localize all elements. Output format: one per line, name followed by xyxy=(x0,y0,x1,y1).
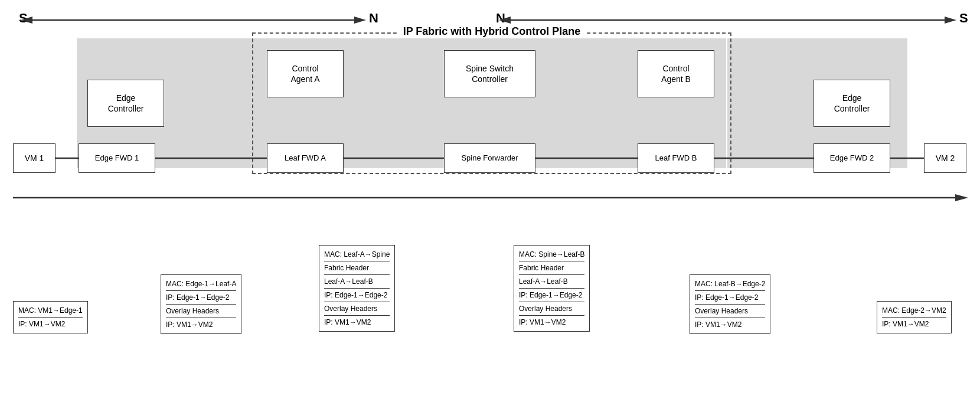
edge-fwd2-box: Edge FWD 2 xyxy=(814,143,890,173)
bottom-arrow xyxy=(0,189,980,207)
p6-row2: IP: VM1→VM2 xyxy=(882,318,946,331)
arrow-s-left: S xyxy=(19,11,28,25)
p5-row4: IP: VM1→VM2 xyxy=(695,318,765,331)
edge-fwd1-label: Edge FWD 1 xyxy=(95,153,139,163)
leaf-fwd-b-box: Leaf FWD B xyxy=(638,143,714,173)
edge-ctrl-right-label: Edge Controller xyxy=(834,93,870,114)
p5-row2: IP: Edge-1→Edge-2 xyxy=(695,291,765,305)
p2-row1: MAC: Edge-1→Leaf-A xyxy=(166,277,236,291)
edge-ctrl-left-label: Edge Controller xyxy=(108,93,144,114)
p3-row3: Leaf-A→Leaf-B xyxy=(324,275,390,289)
p3-row6: IP: VM1→VM2 xyxy=(324,316,390,329)
svg-marker-5 xyxy=(945,17,956,24)
p5-row3: Overlay Headers xyxy=(695,305,765,318)
vm1-label: VM 1 xyxy=(25,153,44,163)
edge-fwd2-label: Edge FWD 2 xyxy=(830,153,874,163)
p2-row2: IP: Edge-1→Edge-2 xyxy=(166,291,236,305)
edge-ctrl-right-box: Edge Controller xyxy=(814,80,890,127)
p2-row3: Overlay Headers xyxy=(166,305,236,318)
p4-row4: IP: Edge-1→Edge-2 xyxy=(519,289,584,302)
spine-switch-ctrl-label: Spine Switch Controller xyxy=(466,63,514,84)
packet-box-6: MAC: Edge-2→VM2 IP: VM1→VM2 xyxy=(877,301,952,333)
svg-marker-8 xyxy=(955,194,968,201)
p4-row5: Overlay Headers xyxy=(519,302,584,316)
ctrl-agent-a-box: Control Agent A xyxy=(267,50,344,97)
p5-row1: MAC: Leaf-B→Edge-2 xyxy=(695,277,765,291)
p4-row2: Fabric Header xyxy=(519,261,584,275)
vm1-box: VM 1 xyxy=(13,143,55,173)
leaf-fwd-a-label: Leaf FWD A xyxy=(285,153,326,163)
p4-row3: Leaf-A→Leaf-B xyxy=(519,275,584,289)
p4-row1: MAC: Spine→Leaf-B xyxy=(519,248,584,261)
vm2-box: VM 2 xyxy=(924,143,966,173)
svg-marker-1 xyxy=(354,17,366,24)
ctrl-agent-b-label: Control Agent B xyxy=(661,63,691,84)
ctrl-agent-a-label: Control Agent A xyxy=(290,63,319,84)
p3-row2: Fabric Header xyxy=(324,261,390,275)
packet-box-3: MAC: Leaf-A→Spine Fabric Header Leaf-A→L… xyxy=(319,245,395,332)
packet-box-4: MAC: Spine→Leaf-B Fabric Header Leaf-A→L… xyxy=(514,245,590,332)
packet-box-5: MAC: Leaf-B→Edge-2 IP: Edge-1→Edge-2 Ove… xyxy=(690,274,770,334)
spine-fwd-box: Spine Forwarder xyxy=(444,143,535,173)
p2-row4: IP: VM1→VM2 xyxy=(166,318,236,331)
packet-box-2: MAC: Edge-1→Leaf-A IP: Edge-1→Edge-2 Ove… xyxy=(161,274,241,334)
p6-row1: MAC: Edge-2→VM2 xyxy=(882,304,946,318)
spine-fwd-label: Spine Forwarder xyxy=(461,153,518,163)
arrow-s-right: S xyxy=(959,11,968,25)
spine-switch-ctrl-box: Spine Switch Controller xyxy=(444,50,535,97)
p1-row2: IP: VM1→VM2 xyxy=(18,318,83,331)
vm2-label: VM 2 xyxy=(936,153,955,163)
ctrl-agent-b-box: Control Agent B xyxy=(638,50,714,97)
p3-row4: IP: Edge-1→Edge-2 xyxy=(324,289,390,302)
p1-row1: MAC: VM1→Edge-1 xyxy=(18,304,83,318)
p4-row6: IP: VM1→VM2 xyxy=(519,316,584,329)
edge-ctrl-left-box: Edge Controller xyxy=(87,80,164,127)
edge-fwd1-box: Edge FWD 1 xyxy=(79,143,155,173)
arrow-n-right: N xyxy=(496,11,505,25)
packet-box-1: MAC: VM1→Edge-1 IP: VM1→VM2 xyxy=(13,301,88,333)
leaf-fwd-b-label: Leaf FWD B xyxy=(655,153,697,163)
arrow-n-left: N xyxy=(369,11,378,25)
leaf-fwd-a-box: Leaf FWD A xyxy=(267,143,344,173)
ip-fabric-title: IP Fabric with Hybrid Control Plane xyxy=(397,25,587,38)
p3-row5: Overlay Headers xyxy=(324,302,390,316)
p3-row1: MAC: Leaf-A→Spine xyxy=(324,248,390,261)
diagram-container: S N N S IP Fabric with Hybrid Control Pl… xyxy=(0,0,980,409)
